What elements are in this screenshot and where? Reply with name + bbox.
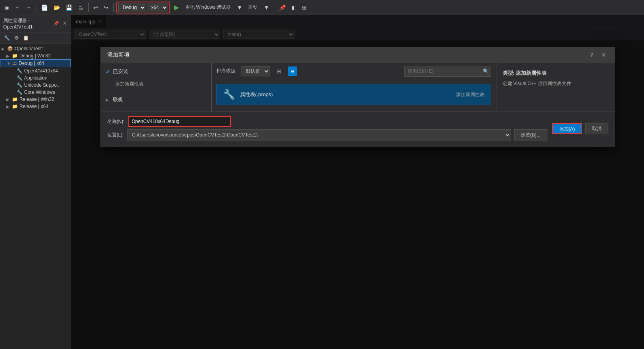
tree-item-opencv410[interactable]: 🔧 OpenCV410x64 <box>0 67 71 74</box>
dialog-right-panel: 类型: 添加新属性表 创建 Visual C++ 项目属性表文件 <box>496 63 615 112</box>
tree-item-unicode-label: Unicode Suppo... <box>24 82 61 88</box>
installed-check-icon: ✔ <box>106 68 110 75</box>
add-button[interactable]: 添加(A) <box>552 123 582 134</box>
rel-win32-expand: ▶ <box>6 97 11 102</box>
debug-win32-icon: 📁 <box>12 53 18 59</box>
tree-root-label: OpenCVTest1 <box>15 46 44 51</box>
cancel-button[interactable]: 取消 <box>585 123 608 134</box>
footer-location-row: 位置(L): C:\Users\lenovo\source\repos\Open… <box>107 129 547 140</box>
props-item-icon: 🔧 <box>223 89 235 100</box>
panel-title-icons: 📌 ✕ <box>52 21 68 27</box>
online-expand-icon: ▶ <box>106 98 109 102</box>
tree-item-release-win32-label: Release | Win32 <box>19 97 54 102</box>
corewin-icon: 🔧 <box>17 89 23 95</box>
panel-title: 属性管理器 - OpenCVTest1 <box>3 17 51 30</box>
auto-dropdown[interactable]: ▼ <box>262 3 271 12</box>
app-icon: 🔧 <box>17 75 23 81</box>
sep-3 <box>113 3 114 12</box>
platform-select[interactable]: x64 <box>147 3 168 12</box>
list-view-button[interactable]: ≡ <box>288 66 297 76</box>
tree-item-debug-win32[interactable]: ▶ 📁 Debug | Win32 <box>0 52 71 59</box>
add-icon-btn[interactable]: 📋 <box>21 34 30 42</box>
dialog-title: 添加新项 <box>107 51 129 59</box>
add-props-label: 添加新属性表 <box>115 81 144 87</box>
debug-win32-expand: ▶ <box>6 54 11 58</box>
root-expand-icon: ▶ <box>2 47 6 51</box>
tree-root[interactable]: ▶ 📦 OpenCVTest1 <box>0 45 71 52</box>
sep-1 <box>36 3 36 12</box>
online-label: 联机 <box>113 96 123 103</box>
sort-label: 排序依据: <box>217 68 237 74</box>
tree-item-application[interactable]: 🔧 Application <box>0 74 71 82</box>
debug-x64-icon: 🗂 <box>12 61 17 66</box>
sep-2 <box>88 3 89 12</box>
tree-item-release-x64[interactable]: ▶ 📁 Release | x64 <box>0 103 71 110</box>
tree-item-core-windows-label: Core Windows <box>24 89 55 95</box>
nav-fwd-button[interactable]: → <box>24 3 33 12</box>
props-item-name: 属性表(.props) <box>240 91 451 98</box>
installed-label: 已安装 <box>113 68 128 75</box>
dialog-help-icon[interactable]: ? <box>588 51 596 59</box>
tree-item-core-windows[interactable]: 🔧 Core Windows <box>0 89 71 96</box>
save-button[interactable]: 💾 <box>64 3 74 12</box>
browse-button[interactable]: 浏览(B)... <box>514 129 547 140</box>
tree-item-unicode[interactable]: 🔧 Unicode Suppo... <box>0 82 71 89</box>
sort-select[interactable]: 默认值 <box>241 66 270 76</box>
run-button[interactable]: ▶ <box>172 2 181 12</box>
main-editor-area: main.cpp ✕ OpenCVTest1 (全员范围) main() 添加新… <box>71 15 644 349</box>
tree-item-debug-x64-label: Debug | x64 <box>19 61 44 66</box>
props-item-card[interactable]: 🔧 属性表(.props) 添加新属性表 <box>217 84 491 105</box>
panel-close-icon[interactable]: ✕ <box>62 21 68 27</box>
rel-x64-expand: ▶ <box>6 104 11 109</box>
pin-icon[interactable]: 📌 <box>52 21 60 27</box>
bookmark-button[interactable]: 📌 <box>277 3 288 12</box>
property-tree: ▶ 📦 OpenCVTest1 ▶ 📁 Debug | Win32 ▼ 🗂 De… <box>0 44 71 349</box>
name-input[interactable] <box>128 116 231 127</box>
ide-layout: 属性管理器 - OpenCVTest1 📌 ✕ 🔧 ⚙ 📋 ▶ 📦 OpenCV… <box>0 15 644 349</box>
wrench-icon-btn[interactable]: 🔧 <box>2 34 11 42</box>
tree-item-debug-win32-label: Debug | Win32 <box>19 53 51 59</box>
rel-x64-icon: 📁 <box>12 104 18 109</box>
new-file-button[interactable]: 📄 <box>39 3 50 12</box>
location-select[interactable]: C:\Users\lenovo\source\repos\OpenCVTest1… <box>127 129 511 140</box>
tool1-button[interactable]: ◧ <box>289 3 298 12</box>
configuration-select[interactable]: Debug <box>118 3 146 12</box>
dialog-header: 添加新项 ? ✕ <box>101 47 615 63</box>
sep-4 <box>274 3 274 12</box>
debugger-label: 本地 Windows 调试器 <box>183 3 233 11</box>
redo-button[interactable]: ↪ <box>102 3 110 12</box>
root-project-icon: 📦 <box>7 46 13 51</box>
undo-button[interactable]: ↩ <box>91 3 100 12</box>
gear-icon-btn[interactable]: ⚙ <box>13 34 20 42</box>
dialog-description: 创建 Visual C++ 项目属性表文件 <box>503 80 608 87</box>
tree-item-release-x64-label: Release | x64 <box>19 104 48 109</box>
dialog-footer: 名称(N): 位置(L): C:\Users\lenovo\source\rep… <box>101 112 615 147</box>
opencv-icon: 🔧 <box>17 68 23 74</box>
dialog-left-nav: ✔ 已安装 添加新属性表 ▶ 联机 <box>101 63 212 112</box>
panel-toolbar: 🔧 ⚙ 📋 <box>0 32 71 44</box>
save-all-button[interactable]: 🗂 <box>76 3 85 12</box>
debug-config-group: Debug x64 <box>116 2 170 13</box>
dialog-header-icons: ? ✕ <box>588 51 608 59</box>
debugger-dropdown[interactable]: ▼ <box>235 3 244 12</box>
tree-item-release-win32[interactable]: ▶ 📁 Release | Win32 <box>0 96 71 103</box>
panel-titlebar: 属性管理器 - OpenCVTest1 📌 ✕ <box>0 15 71 32</box>
dialog-close-icon[interactable]: ✕ <box>599 51 608 59</box>
nav-back-button[interactable]: ← <box>13 3 22 12</box>
back-button[interactable]: ◉ <box>2 3 11 12</box>
auto-label: 自动 <box>246 3 260 11</box>
online-section[interactable]: ▶ 联机 <box>106 96 207 103</box>
main-toolbar: ◉ ← → 📄 📂 💾 🗂 ↩ ↪ Debug x64 ▶ 本地 Windows… <box>0 0 644 15</box>
tool2-button[interactable]: ⊞ <box>300 3 309 12</box>
tree-item-opencv-label: OpenCV410x64 <box>24 68 58 74</box>
dialog-middle: 排序依据: 默认值 ⊞ ≡ 🔍 <box>212 63 496 112</box>
add-new-item-dialog: 添加新项 ? ✕ ✔ 已安装 添加新属性表 <box>101 47 615 147</box>
installed-section[interactable]: ✔ 已安装 <box>106 68 207 75</box>
search-input[interactable] <box>404 66 491 77</box>
footer-location-label: 位置(L): <box>107 132 124 138</box>
add-props-sub-item[interactable]: 添加新属性表 <box>106 78 207 90</box>
rel-win32-icon: 📁 <box>12 97 18 102</box>
tree-item-debug-x64[interactable]: ▼ 🗂 Debug | x64 <box>0 59 71 67</box>
open-button[interactable]: 📂 <box>51 3 62 12</box>
grid-view-button[interactable]: ⊞ <box>274 66 284 76</box>
